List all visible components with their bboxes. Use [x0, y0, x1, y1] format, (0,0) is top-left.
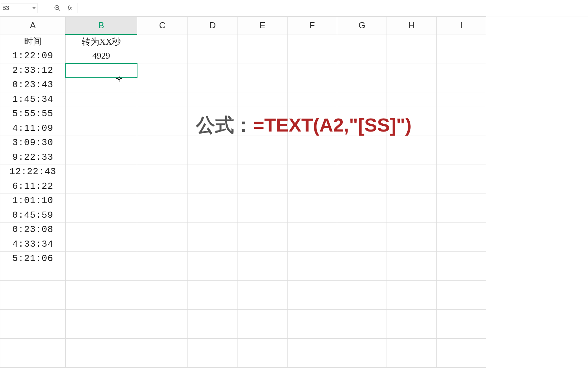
- cell-a12[interactable]: 1:01:10: [0, 194, 66, 208]
- cell-i17[interactable]: [437, 266, 486, 281]
- cell-c9[interactable]: [137, 150, 188, 165]
- cell-h14[interactable]: [387, 223, 437, 237]
- cell-g1[interactable]: [337, 34, 387, 49]
- cell-c4[interactable]: [137, 78, 188, 92]
- cell-a9[interactable]: 9:22:33: [0, 150, 66, 165]
- cell-b12[interactable]: [66, 194, 137, 208]
- cell-g13[interactable]: [337, 208, 387, 223]
- cell-c14[interactable]: [137, 223, 188, 237]
- cell-e4[interactable]: [238, 78, 288, 92]
- cell-f19[interactable]: [288, 295, 337, 310]
- cell-f16[interactable]: [288, 251, 337, 266]
- cell-f14[interactable]: [288, 223, 337, 237]
- cell-a16[interactable]: 5:21:06: [0, 251, 66, 266]
- cell-a4[interactable]: 0:23:43: [0, 78, 66, 92]
- cell-e16[interactable]: [238, 251, 288, 266]
- cell-c8[interactable]: [137, 136, 188, 150]
- cell-f11[interactable]: [288, 179, 337, 194]
- cell-f12[interactable]: [288, 194, 337, 208]
- cell-c6[interactable]: [137, 107, 188, 121]
- cell-i21[interactable]: [437, 324, 486, 339]
- cell-f23[interactable]: [288, 353, 337, 368]
- cell-d3[interactable]: [188, 63, 238, 78]
- cell-h18[interactable]: [387, 280, 437, 295]
- cell-e9[interactable]: [238, 150, 288, 165]
- cell-d11[interactable]: [188, 179, 238, 194]
- cell-b11[interactable]: [66, 179, 137, 194]
- cell-i23[interactable]: [437, 353, 486, 368]
- cell-i4[interactable]: [437, 78, 486, 92]
- cell-g17[interactable]: [337, 266, 387, 281]
- cell-e22[interactable]: [238, 338, 288, 353]
- cell-i2[interactable]: [437, 49, 486, 63]
- cell-b17[interactable]: [66, 266, 137, 281]
- cell-d5[interactable]: [188, 92, 238, 107]
- cell-f17[interactable]: [288, 266, 337, 281]
- cell-e2[interactable]: [238, 49, 288, 63]
- cell-a1[interactable]: 时间: [0, 34, 66, 49]
- cell-a14[interactable]: 0:23:08: [0, 223, 66, 237]
- col-header-a[interactable]: A: [0, 17, 66, 34]
- cell-c23[interactable]: [137, 353, 188, 368]
- cell-f3[interactable]: [288, 63, 337, 78]
- cell-d17[interactable]: [188, 266, 238, 281]
- cell-f10[interactable]: [288, 165, 337, 179]
- cell-a21[interactable]: [0, 324, 66, 339]
- name-box[interactable]: [1, 5, 31, 11]
- cell-c7[interactable]: [137, 121, 188, 136]
- cell-f21[interactable]: [288, 324, 337, 339]
- cell-g19[interactable]: [337, 295, 387, 310]
- cell-b14[interactable]: [66, 223, 137, 237]
- cell-c1[interactable]: [137, 34, 188, 49]
- cell-i20[interactable]: [437, 309, 486, 324]
- cell-g22[interactable]: [337, 338, 387, 353]
- cell-h5[interactable]: [387, 92, 437, 107]
- cell-i6[interactable]: [437, 107, 486, 121]
- cell-i1[interactable]: [437, 34, 486, 49]
- cell-i7[interactable]: [437, 121, 486, 136]
- cell-h23[interactable]: [387, 353, 437, 368]
- cell-f1[interactable]: [288, 34, 337, 49]
- cell-a7[interactable]: 4:11:09: [0, 121, 66, 136]
- cell-f2[interactable]: [288, 49, 337, 63]
- cell-e15[interactable]: [238, 237, 288, 252]
- cell-c22[interactable]: [137, 338, 188, 353]
- cell-h15[interactable]: [387, 237, 437, 252]
- cell-i9[interactable]: [437, 150, 486, 165]
- cell-d9[interactable]: [188, 150, 238, 165]
- cell-g20[interactable]: [337, 309, 387, 324]
- cell-a3[interactable]: 2:33:12: [0, 63, 66, 78]
- cell-e5[interactable]: [238, 92, 288, 107]
- cell-d12[interactable]: [188, 194, 238, 208]
- cell-b4[interactable]: [66, 78, 137, 92]
- cell-b22[interactable]: [66, 338, 137, 353]
- cell-e17[interactable]: [238, 266, 288, 281]
- cell-d14[interactable]: [188, 223, 238, 237]
- cell-b10[interactable]: [66, 165, 137, 179]
- cell-d23[interactable]: [188, 353, 238, 368]
- cell-f18[interactable]: [288, 280, 337, 295]
- cell-e10[interactable]: [238, 165, 288, 179]
- cell-d15[interactable]: [188, 237, 238, 252]
- cell-d16[interactable]: [188, 251, 238, 266]
- cell-i19[interactable]: [437, 295, 486, 310]
- col-header-e[interactable]: E: [238, 17, 288, 34]
- cell-b23[interactable]: [66, 353, 137, 368]
- cell-c13[interactable]: [137, 208, 188, 223]
- cell-h12[interactable]: [387, 194, 437, 208]
- cell-d4[interactable]: [188, 78, 238, 92]
- cell-b6[interactable]: [66, 107, 137, 121]
- cell-g14[interactable]: [337, 223, 387, 237]
- cell-a2[interactable]: 1:22:09: [0, 49, 66, 63]
- cell-h19[interactable]: [387, 295, 437, 310]
- cell-c21[interactable]: [137, 324, 188, 339]
- cell-a5[interactable]: 1:45:34: [0, 92, 66, 107]
- cell-b9[interactable]: [66, 150, 137, 165]
- name-box-dropdown-icon[interactable]: [31, 3, 37, 13]
- col-header-b[interactable]: B: [66, 17, 137, 34]
- cell-g9[interactable]: [337, 150, 387, 165]
- cell-c12[interactable]: [137, 194, 188, 208]
- cell-a19[interactable]: [0, 295, 66, 310]
- cell-h10[interactable]: [387, 165, 437, 179]
- cell-d20[interactable]: [188, 309, 238, 324]
